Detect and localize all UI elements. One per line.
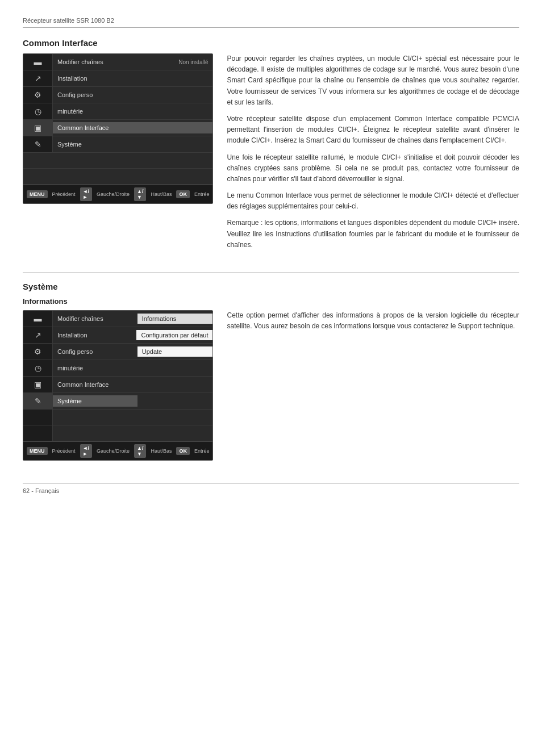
menu2-icon-0: ▬ xyxy=(23,311,53,327)
footer2-prev-label: Précédent xyxy=(52,448,76,454)
menu-label-0: Modifier chaînes xyxy=(53,56,174,68)
menu2-label-4: Common Interface xyxy=(53,379,137,390)
menu-row-4[interactable]: ▣ Common Interface xyxy=(23,120,212,136)
menu-icon-2: ⚙ xyxy=(23,87,53,103)
menu2-label-2: Config perso xyxy=(53,346,137,357)
page-header-title: Récepteur satellite SSR 1080 B2 xyxy=(23,17,114,24)
footer-menu-btn[interactable]: MENU xyxy=(27,190,48,198)
menu-label-4: Common Interface xyxy=(53,122,212,133)
submenu-item-2[interactable]: Update xyxy=(137,346,213,357)
menu2-row-4[interactable]: ▣ Common Interface xyxy=(23,377,212,393)
menu-row-2[interactable]: ⚙ Config perso xyxy=(23,87,212,103)
menu2-row-3[interactable]: ◷ minutérie xyxy=(23,360,212,377)
section-common-interface: Common Interface ▬ Modifier chaînes Non … xyxy=(23,38,519,256)
footer2-ok-btn[interactable]: OK xyxy=(176,447,190,455)
section1-desc-2: Une fois le récepteur satellite rallumé,… xyxy=(227,152,519,185)
menu-icon-4: ▣ xyxy=(23,120,53,136)
menu-status-0: Non installé xyxy=(174,57,212,68)
section1-desc-0: Pour pouvoir regarder les chaînes crypté… xyxy=(227,53,519,108)
section1-description: Pour pouvoir regarder les chaînes crypté… xyxy=(227,53,519,256)
menu2-label-5: Système xyxy=(53,395,137,407)
footer2-enter-label: Entrée xyxy=(194,448,210,454)
menu2-row-2[interactable]: ⚙ Config perso Update xyxy=(23,344,212,360)
footer-lr-btn[interactable]: ◄/► xyxy=(80,187,92,201)
menu2-icon-3: ◷ xyxy=(23,360,53,376)
footer-lr-label: Gauche/Droite xyxy=(97,191,130,197)
menu-icon-5: ✎ xyxy=(23,136,53,152)
section1-desc-1: Votre récepteur satellite dispose d'un e… xyxy=(227,114,519,147)
menu-footer-1: MENU Précédent ◄/► Gauche/Droite ▲/▼ Hau… xyxy=(23,185,212,203)
menu2-icon-2: ⚙ xyxy=(23,344,53,360)
menu-rows-2: ▬ Modifier chaînes Informations ↗ Instal… xyxy=(23,311,212,441)
menu2-row-empty2 xyxy=(23,425,212,441)
menu-mockup-2: ▬ Modifier chaînes Informations ↗ Instal… xyxy=(23,310,213,461)
section2-menu-ui: ▬ Modifier chaînes Informations ↗ Instal… xyxy=(23,310,213,461)
menu2-icon-4: ▣ xyxy=(23,377,53,392)
footer2-menu-btn[interactable]: MENU xyxy=(27,447,48,455)
footer2-lr-btn[interactable]: ◄/► xyxy=(80,444,92,458)
menu-items-col: ▬ Modifier chaînes Non installé ↗ Instal… xyxy=(23,54,212,185)
menu-label-1: Installation xyxy=(53,73,212,84)
footer-ud-label: Haut/Bas xyxy=(151,191,172,197)
page-footer: 62 - Français xyxy=(23,483,519,494)
submenu-item-0[interactable]: Informations xyxy=(137,314,213,324)
menu-mockup-1: ▬ Modifier chaînes Non installé ↗ Instal… xyxy=(23,53,213,204)
footer-ok-btn[interactable]: OK xyxy=(176,190,190,198)
menu-row-5[interactable]: ✎ Système xyxy=(23,136,212,153)
section2-description: Cette option permet d'afficher des infor… xyxy=(227,310,519,461)
menu-label-5: Système xyxy=(53,139,212,150)
menu-footer-2: MENU Précédent ◄/► Gauche/Droite ▲/▼ Hau… xyxy=(23,441,212,460)
menu-rows-1: ▬ Modifier chaînes Non installé ↗ Instal… xyxy=(23,54,212,185)
menu-label-2: Config perso xyxy=(53,89,212,101)
menu-row-0[interactable]: ▬ Modifier chaînes Non installé xyxy=(23,54,212,70)
menu-icon-3: ◷ xyxy=(23,103,53,119)
section1-menu-ui: ▬ Modifier chaînes Non installé ↗ Instal… xyxy=(23,53,213,256)
section-divider xyxy=(23,272,519,273)
section2-title: Système xyxy=(23,282,519,291)
menu-items-col-2: ▬ Modifier chaînes Informations ↗ Instal… xyxy=(23,311,212,441)
page-header: Récepteur satellite SSR 1080 B2 xyxy=(23,17,519,28)
menu-row-empty1 xyxy=(23,153,212,169)
page-number: 62 - Français xyxy=(23,487,59,494)
footer2-lr-label: Gauche/Droite xyxy=(97,448,130,454)
footer2-ud-label: Haut/Bas xyxy=(151,448,172,454)
menu-row-3[interactable]: ◷ minutérie xyxy=(23,103,212,120)
section-systeme: Système Informations ▬ Modifier chaînes … xyxy=(23,282,519,461)
menu-row-empty2 xyxy=(23,169,212,185)
menu2-icon-5: ✎ xyxy=(23,393,53,409)
submenu-col: Informations xyxy=(137,314,213,324)
submenu-item-1[interactable]: Configuration par défaut xyxy=(136,330,212,340)
menu2-row-5[interactable]: ✎ Système xyxy=(23,393,212,410)
menu2-row-0[interactable]: ▬ Modifier chaînes Informations xyxy=(23,311,212,327)
section1-title: Common Interface xyxy=(23,38,519,48)
menu-icon-1: ↗ xyxy=(23,70,53,86)
menu-icon-0: ▬ xyxy=(23,54,53,70)
menu2-label-0: Modifier chaînes xyxy=(53,313,137,324)
footer2-ud-btn[interactable]: ▲/▼ xyxy=(134,444,146,458)
menu2-icon-1: ↗ xyxy=(23,327,53,343)
section1-desc-4: Remarque : les options, informations et … xyxy=(227,218,519,250)
menu2-label-1: Installation xyxy=(53,329,136,341)
section2-subsection-title: Informations xyxy=(23,297,519,306)
menu-label-3: minutérie xyxy=(53,106,212,117)
footer-ud-btn[interactable]: ▲/▼ xyxy=(134,187,146,201)
section2-desc-0: Cette option permet d'afficher des infor… xyxy=(227,310,519,332)
section1-desc-3: Le menu Common Interface vous permet de … xyxy=(227,190,519,212)
menu2-label-3: minutérie xyxy=(53,362,137,374)
menu-row-1[interactable]: ↗ Installation xyxy=(23,70,212,87)
footer-enter-label: Entrée xyxy=(194,191,210,197)
menu2-row-1[interactable]: ↗ Installation Configuration par défaut xyxy=(23,327,212,344)
menu2-row-empty1 xyxy=(23,410,212,425)
footer-prev-label: Précédent xyxy=(52,191,76,197)
